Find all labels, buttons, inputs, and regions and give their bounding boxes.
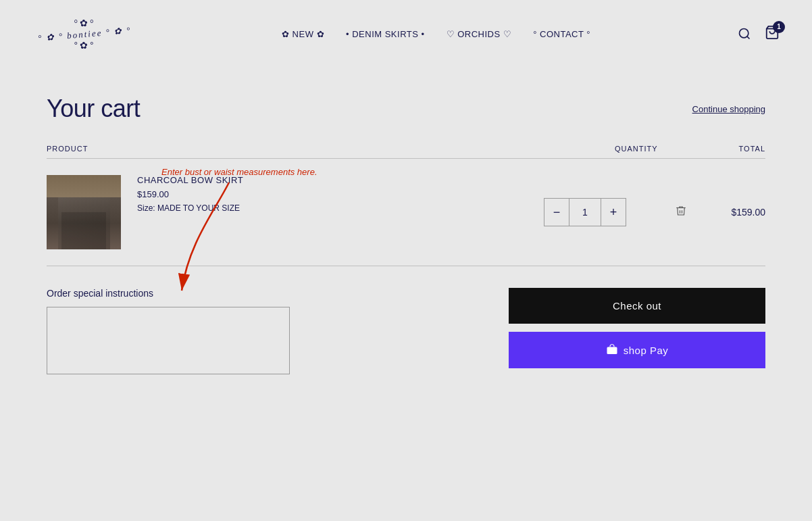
shoppay-label: shop Pay: [624, 345, 669, 356]
instructions-section: Order special instructions: [47, 288, 468, 377]
product-price: $159.00: [137, 189, 243, 199]
quantity-value: 1: [569, 199, 601, 226]
product-name: CHARCOAL BOW SKIRT: [137, 175, 243, 185]
cart-item: CHARCOAL BOW SKIRT $159.00 Size: MADE TO…: [47, 159, 765, 266]
quantity-section: − 1 +: [544, 198, 701, 226]
nav-new[interactable]: ✿ NEW ✿: [282, 29, 324, 39]
nav-orchids[interactable]: ♡ ORCHIDS ♡: [447, 29, 512, 39]
continue-shopping-button[interactable]: Continue shopping: [692, 104, 765, 114]
quantity-control: − 1 +: [544, 198, 626, 226]
product-info: CHARCOAL BOW SKIRT $159.00 Size: MADE TO…: [47, 175, 533, 249]
quantity-decrease-button[interactable]: −: [544, 199, 569, 226]
cart-title: Your cart: [47, 95, 140, 123]
nav-denim[interactable]: • DENIM SKIRTS •: [346, 29, 425, 39]
shoppay-icon: [606, 344, 618, 356]
header: °✿° ° ✿ ° bontiee ° ✿ ° °✿° ✿ NEW ✿ • DE…: [0, 0, 812, 68]
trash-icon: [675, 205, 687, 217]
product-size: Size: MADE TO YOUR SIZE: [137, 203, 243, 213]
checkout-button[interactable]: Check out: [509, 288, 765, 324]
main-content: Your cart Continue shopping PRODUCT QUAN…: [14, 68, 798, 404]
instructions-label: Order special instructions: [47, 288, 468, 299]
item-total: $159.00: [711, 207, 765, 218]
product-image: [47, 175, 121, 249]
product-details: CHARCOAL BOW SKIRT $159.00 Size: MADE TO…: [137, 175, 243, 213]
quantity-increase-button[interactable]: +: [601, 199, 626, 226]
main-nav: ✿ NEW ✿ • DENIM SKIRTS • ♡ ORCHIDS ♡ ° C…: [282, 29, 590, 39]
svg-line-1: [747, 36, 750, 39]
cart-badge: 1: [773, 21, 785, 33]
col-total: TOTAL: [739, 145, 765, 153]
instructions-textarea[interactable]: [47, 307, 290, 374]
nav-contact[interactable]: ° CONTACT °: [533, 29, 590, 39]
cart-header: Your cart Continue shopping: [47, 95, 765, 123]
shoppay-button[interactable]: shop Pay: [509, 332, 765, 368]
cart-button[interactable]: 1: [765, 25, 780, 43]
col-quantity: QUANTITY: [615, 145, 658, 153]
col-product: PRODUCT: [47, 145, 615, 153]
header-icons: 1: [735, 24, 780, 43]
bottom-section: Order special instructions Check out sho…: [47, 288, 765, 377]
svg-rect-4: [607, 347, 617, 355]
table-headers: PRODUCT QUANTITY TOTAL: [47, 145, 765, 159]
search-icon: [738, 27, 751, 41]
checkout-buttons: Check out shop Pay: [509, 288, 765, 377]
logo[interactable]: °✿° ° ✿ ° bontiee ° ✿ ° °✿°: [32, 10, 137, 57]
delete-item-button[interactable]: [675, 205, 687, 220]
search-button[interactable]: [735, 24, 754, 43]
svg-point-0: [739, 29, 748, 38]
